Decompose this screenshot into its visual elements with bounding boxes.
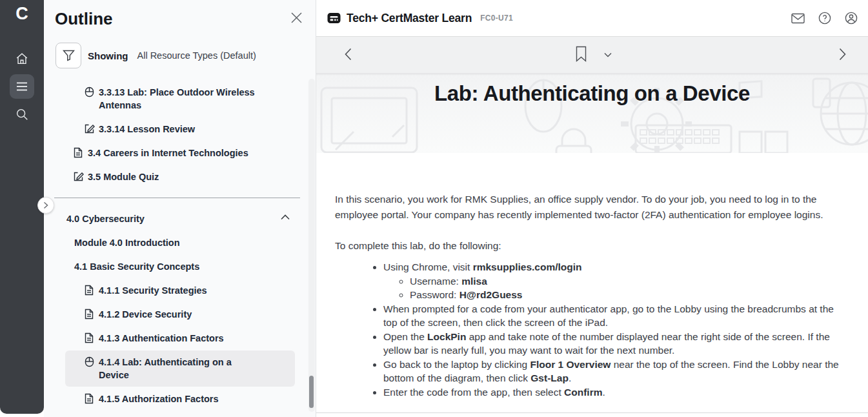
previous-lesson-button[interactable]	[345, 48, 352, 61]
document-icon	[85, 393, 94, 404]
page-title: Lab: Authenticating on a Device	[316, 74, 868, 106]
document-icon	[74, 147, 83, 158]
document-icon	[85, 393, 95, 404]
outline-item[interactable]: 3.3.13 Lab: Place Outdoor Wireless Anten…	[65, 81, 295, 117]
text: Go back to the laptop by clicking	[383, 359, 530, 370]
bookmark-menu-button[interactable]	[604, 52, 612, 57]
instruction-item: When prompted for a code from your authe…	[383, 302, 850, 330]
bookmark-button[interactable]	[576, 46, 587, 62]
document-icon	[85, 309, 95, 320]
outline-item[interactable]: 4.1.2 Device Security	[65, 303, 295, 326]
outline-item[interactable]: 4.1.4 Lab: Authenticating on a Device	[65, 351, 295, 387]
chevron-left-icon	[345, 52, 352, 63]
document-icon	[74, 147, 84, 158]
document-icon	[85, 309, 94, 320]
instructions-lead: To complete this lab, do the following:	[335, 238, 850, 254]
outline-menu-button[interactable]	[10, 74, 34, 99]
scenario-paragraph: In this scenario, you work for RMK Suppl…	[335, 192, 850, 223]
document-icon	[85, 332, 95, 343]
bold-text: H@rd2Guess	[459, 289, 523, 300]
rail-nav	[0, 46, 44, 127]
next-lesson-button[interactable]	[839, 48, 846, 61]
close-icon	[290, 15, 303, 26]
bold-text: rmksupplies.com/login	[473, 261, 582, 272]
filter-row: Showing All Resource Types (Default)	[56, 43, 316, 68]
pencil-icon	[74, 171, 84, 181]
mail-icon	[791, 15, 805, 26]
outline-item[interactable]: 4.1.5 Authorization Factors	[65, 387, 295, 411]
chevron-up-icon[interactable]	[281, 214, 290, 220]
pencil-icon	[74, 171, 84, 181]
brand: Tech+ CertMaster Learn FC0-U71	[327, 12, 513, 25]
outline-item-label: 3.3.14 Lesson Review	[99, 123, 195, 136]
header-icons	[791, 12, 858, 25]
outline-item[interactable]: 3.5 Module Quiz	[65, 165, 295, 188]
lesson-nav-bar	[316, 37, 868, 74]
mouse-icon	[85, 356, 94, 367]
outline-header: Outline	[44, 0, 316, 29]
instruction-item: Go back to the laptop by clicking Floor …	[383, 358, 850, 385]
outline-item-label: 3.5 Module Quiz	[88, 170, 159, 183]
filter-value[interactable]: All Resource Types (Default)	[137, 50, 256, 61]
chevron-right-icon	[43, 201, 48, 209]
chevron-up-icon	[281, 214, 290, 220]
text: Open the	[383, 331, 427, 342]
filter-funnel-icon	[63, 50, 75, 61]
instruction-item: Using Chrome, visit rmksupplies.com/logi…	[383, 260, 850, 302]
outline-title: Outline	[55, 9, 113, 29]
messages-button[interactable]	[791, 13, 805, 24]
mouse-icon	[85, 86, 94, 97]
chevron-right-icon	[839, 52, 846, 63]
help-button[interactable]	[818, 12, 831, 25]
bold-text: Gst-Lap	[530, 372, 569, 383]
outline-item-label: Module 4.0 Introduction	[74, 236, 180, 249]
lesson-content: In this scenario, you work for RMK Suppl…	[316, 153, 868, 399]
document-icon	[85, 332, 94, 343]
mouse-icon	[85, 356, 95, 367]
bold-text: LockPin	[427, 331, 466, 342]
mouse-icon	[85, 86, 95, 97]
outline-item-label: 4.1.1 Security Strategies	[99, 284, 207, 297]
comptia-logo: C	[0, 4, 44, 24]
text: When prompted for a code from your authe…	[383, 303, 834, 329]
text: Using Chrome, visit	[383, 261, 473, 272]
account-button[interactable]	[845, 12, 858, 25]
certmaster-logo-icon	[327, 12, 341, 25]
outline-item[interactable]: 4.1 Basic Security Concepts	[65, 255, 295, 278]
bold-text: mlisa	[461, 276, 487, 287]
outline-section-header[interactable]: 4.0 Cybersecurity	[65, 207, 295, 230]
collapse-outline-toggle[interactable]	[37, 197, 54, 214]
chevron-down-icon	[604, 48, 612, 59]
outline-scrollbar-thumb[interactable]	[309, 376, 314, 408]
outline-item[interactable]: 3.3.14 Lesson Review	[65, 117, 295, 141]
text: Enter the code from the app, then select	[383, 387, 564, 398]
filter-label: Showing	[88, 50, 128, 61]
app-title: Tech+ CertMaster Learn	[347, 12, 472, 25]
home-button[interactable]	[10, 46, 34, 71]
outline-item[interactable]: Module 4.0 Introduction	[65, 231, 295, 254]
home-icon	[15, 52, 29, 66]
bookmark-icon	[576, 53, 587, 64]
outline-divider	[54, 198, 300, 198]
document-icon	[85, 285, 94, 296]
outline-scrollbar-track[interactable]	[308, 79, 315, 412]
account-icon	[845, 15, 858, 26]
outline-item[interactable]: 4.1.3 Authentication Factors	[65, 327, 295, 350]
close-outline-button[interactable]	[290, 12, 303, 24]
outline-item[interactable]: 4.1.1 Security Strategies	[65, 279, 295, 302]
bold-text: Confirm	[564, 387, 602, 398]
text: Password:	[410, 289, 459, 300]
filter-button[interactable]	[56, 43, 81, 68]
outline-item-label: 4.1.3 Authentication Factors	[99, 332, 224, 345]
text: Username:	[410, 276, 461, 287]
outline-item-label: 4.1.2 Device Security	[99, 308, 192, 321]
search-button[interactable]	[10, 102, 34, 127]
outline-panel: Outline Showing All Resource Types (Defa…	[44, 0, 316, 417]
document-icon	[85, 285, 95, 296]
outline-item-label: 4.0 Cybersecurity	[66, 212, 145, 225]
outline-item-label: 3.4 Careers in Internet Technologies	[88, 147, 248, 159]
credential-item: Password: H@rd2Guess	[410, 288, 850, 302]
instruction-list: Using Chrome, visit rmksupplies.com/logi…	[335, 260, 850, 399]
outline-item[interactable]: 3.4 Careers in Internet Technologies	[65, 141, 295, 165]
lesson-banner: Lab: Authenticating on a Device	[316, 74, 868, 153]
